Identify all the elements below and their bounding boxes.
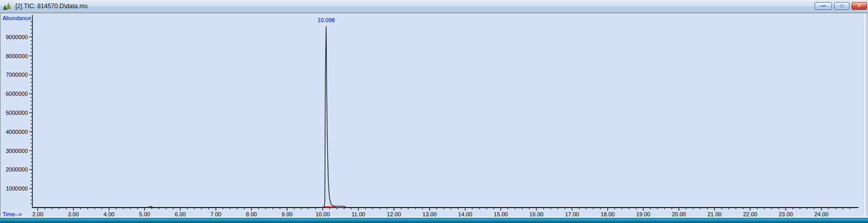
y-tick-label: 7000000 — [6, 72, 28, 78]
x-tick-label: 2.00 — [32, 211, 43, 217]
x-tick-label: 8.00 — [246, 211, 257, 217]
close-button[interactable]: ✕ — [852, 2, 867, 10]
x-tick-label: 4.00 — [103, 211, 114, 217]
y-tick-label: 2000000 — [6, 166, 28, 173]
minimize-icon: — — [821, 4, 826, 9]
x-tick-label: 18.00 — [601, 211, 615, 217]
maximize-icon: □ — [840, 4, 843, 9]
y-tick-label: 5000000 — [6, 110, 28, 116]
x-tick-label: 13.00 — [423, 211, 437, 217]
y-tick-label: 8000000 — [6, 53, 28, 59]
chromatogram-icon — [3, 2, 12, 10]
x-tick-label: 12.00 — [387, 211, 401, 217]
x-tick-label: 19.00 — [636, 211, 650, 217]
y-axis-label: Abundance — [3, 15, 31, 21]
chromatogram-plot[interactable]: 2.003.004.005.006.007.008.009.0010.0011.… — [2, 14, 863, 217]
y-tick-label: 1000000 — [6, 185, 28, 192]
y-tick-label: 9000000 — [6, 34, 28, 40]
y-tick-label: 4000000 — [6, 129, 28, 135]
x-tick-label: 10.00 — [316, 211, 330, 217]
x-tick-label: 22.00 — [743, 211, 757, 217]
peak-label: 10.098 — [317, 17, 335, 23]
x-tick-label: 16.00 — [529, 211, 544, 217]
title-bar[interactable]: [2] TIC: 814570.D\data.ms — □ ✕ — [0, 0, 868, 13]
x-tick-label: 24.00 — [815, 211, 829, 217]
chromatogram-content: 2.003.004.005.006.007.008.009.0010.0011.… — [0, 14, 864, 217]
frame-bottom-edge[interactable] — [0, 218, 868, 223]
x-tick-label: 9.00 — [282, 211, 293, 217]
chromatogram-window: [2] TIC: 814570.D\data.ms — □ ✕ 2.003.00… — [0, 0, 868, 223]
window-title: [2] TIC: 814570.D\data.ms — [15, 0, 88, 12]
x-tick-label: 21.00 — [708, 211, 722, 217]
minimize-button[interactable]: — — [815, 2, 832, 10]
y-tick-label: 6000000 — [6, 91, 28, 97]
close-icon: ✕ — [857, 3, 861, 9]
x-tick-label: 6.00 — [175, 211, 186, 217]
x-tick-label: 5.00 — [139, 211, 150, 217]
x-tick-label: 15.00 — [494, 211, 508, 217]
frame-right-glass — [865, 14, 868, 218]
maximize-button[interactable]: □ — [834, 2, 849, 10]
x-tick-label: 3.00 — [68, 211, 79, 217]
x-tick-label: 20.00 — [672, 211, 686, 217]
x-tick-label: 14.00 — [458, 211, 473, 217]
x-tick-label: 11.00 — [351, 211, 365, 217]
x-tick-label: 7.00 — [210, 211, 221, 217]
x-axis-label: Time--> — [3, 211, 22, 217]
tic-trace — [32, 26, 857, 208]
x-tick-label: 23.00 — [779, 211, 793, 217]
y-tick-label: 3000000 — [6, 148, 28, 154]
x-tick-label: 17.00 — [565, 211, 580, 217]
